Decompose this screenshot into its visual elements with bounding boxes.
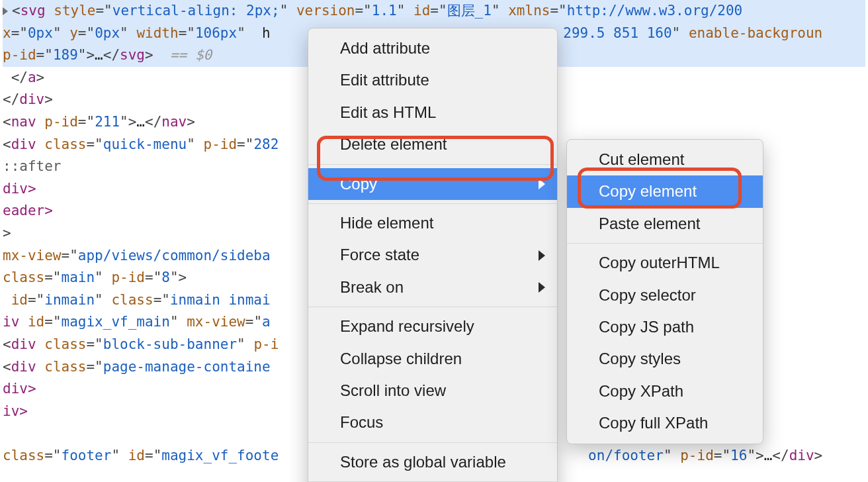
submenu-item-copy-selector[interactable]: Copy selector — [567, 279, 763, 311]
expand-triangle-icon[interactable] — [3, 7, 8, 15]
submenu-item-copy-full-xpath[interactable]: Copy full XPath — [567, 407, 763, 439]
submenu-item-copy-outerhtml[interactable]: Copy outerHTML — [567, 247, 763, 279]
menu-separator — [308, 164, 557, 165]
ctxmenu-item-expand-recursively[interactable]: Expand recursively — [308, 311, 557, 342]
submenu-item-copy-xpath[interactable]: Copy XPath — [567, 375, 763, 407]
submenu-item-copy-styles[interactable]: Copy styles — [567, 343, 763, 375]
ctxmenu-item-force-state[interactable]: Force state — [308, 239, 557, 271]
menu-separator — [308, 307, 557, 307]
ctxmenu-item-scroll-into-view[interactable]: Scroll into view — [308, 375, 557, 407]
ctxmenu-item-edit-attribute[interactable]: Edit attribute — [308, 64, 557, 96]
context-submenu-copy: Cut elementCopy elementPaste elementCopy… — [566, 139, 763, 444]
submenu-item-paste-element[interactable]: Paste element — [567, 208, 763, 240]
menu-separator — [308, 442, 557, 443]
ctxmenu-item-copy[interactable]: Copy — [308, 168, 557, 200]
submenu-item-copy-element[interactable]: Copy element — [567, 175, 763, 207]
ctxmenu-item-hide-element[interactable]: Hide element — [308, 207, 557, 239]
ctxmenu-item-collapse-children[interactable]: Collapse children — [308, 343, 557, 375]
ctxmenu-item-delete-element[interactable]: Delete element — [308, 128, 557, 160]
ctxmenu-item-break-on[interactable]: Break on — [308, 271, 557, 303]
ctxmenu-item-add-attribute[interactable]: Add attribute — [308, 32, 557, 64]
submenu-arrow-icon — [539, 282, 545, 293]
menu-separator — [567, 243, 763, 244]
menu-separator — [308, 203, 557, 204]
submenu-arrow-icon — [539, 179, 545, 189]
ctxmenu-item-focus[interactable]: Focus — [308, 407, 557, 438]
context-menu: Add attributeEdit attributeEdit as HTMLD… — [308, 28, 558, 482]
submenu-item-cut-element[interactable]: Cut element — [567, 144, 763, 175]
ctxmenu-item-edit-as-html[interactable]: Edit as HTML — [308, 97, 557, 128]
ctxmenu-item-store-as-global-variable[interactable]: Store as global variable — [308, 446, 557, 478]
submenu-arrow-icon — [539, 250, 545, 261]
submenu-item-copy-js-path[interactable]: Copy JS path — [567, 311, 763, 343]
